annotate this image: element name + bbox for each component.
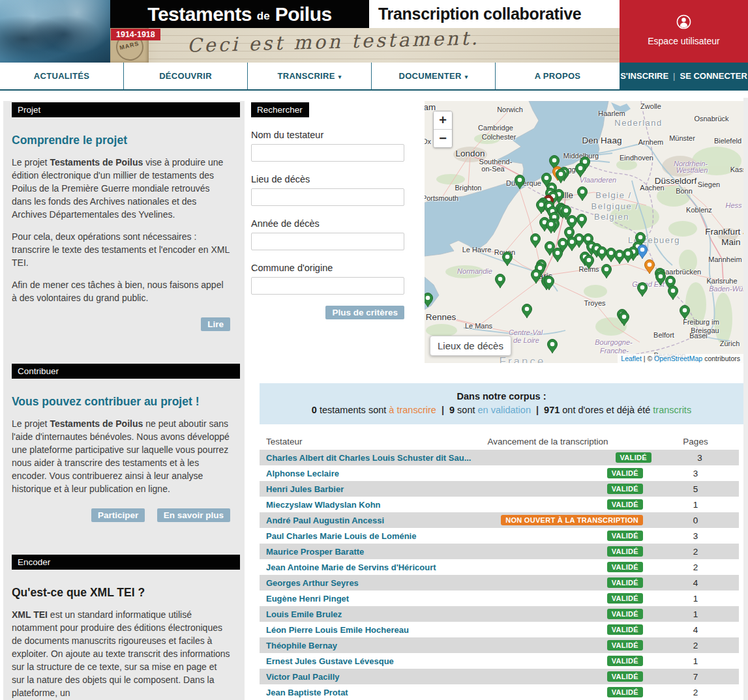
nav-item-actualit-s[interactable]: ACTUALITÉS xyxy=(0,63,124,89)
table-row: Léon Pierre Louis Emile Hochereau VALIDÉ… xyxy=(260,622,739,637)
zoom-out-button[interactable]: − xyxy=(434,129,452,147)
testator-link[interactable]: Alphonse Leclaire xyxy=(260,469,443,478)
testator-link[interactable]: Mieczyslaw Wladyslan Kohn xyxy=(260,500,443,510)
testator-link[interactable]: Victor Paul Pacilly xyxy=(260,672,443,682)
more-criteria-button[interactable]: Plus de critères xyxy=(325,306,404,319)
map-marker-green[interactable] xyxy=(503,252,513,267)
nav-item-a-propos[interactable]: A PROPOS xyxy=(496,63,620,89)
map-marker-green[interactable] xyxy=(656,272,666,286)
map-marker-green[interactable] xyxy=(522,304,532,319)
status-badge: VALIDÉ xyxy=(607,562,643,572)
table-row: Georges Arthur Seyres VALIDÉ 4 xyxy=(260,575,739,591)
nav-item-label: DÉCOUVRIR xyxy=(159,71,212,81)
user-space-button[interactable]: Espace utilisateur xyxy=(620,0,748,63)
zoom-in-button[interactable]: + xyxy=(434,111,452,129)
map-marker-green[interactable] xyxy=(531,270,541,284)
nav-item-d-couvrir[interactable]: DÉCOUVRIR xyxy=(124,63,248,89)
map-marker-green[interactable] xyxy=(638,283,648,297)
map-marker-green[interactable] xyxy=(553,248,563,263)
transcribed-link[interactable]: transcrits xyxy=(653,405,691,415)
testator-link[interactable]: Paul Charles Marie Louis de Loménie xyxy=(260,531,443,541)
login-link[interactable]: SE CONNECTER xyxy=(680,71,747,81)
pages-count: 4 xyxy=(652,578,739,588)
table-row: Ernest Jules Gustave Lévesque VALIDÉ 1 xyxy=(260,653,739,669)
map-marker-blue[interactable] xyxy=(638,245,648,259)
map-marker-green[interactable] xyxy=(680,306,690,320)
status-badge: VALIDÉ xyxy=(607,609,643,619)
testator-link[interactable]: Louis Emile Brulez xyxy=(260,609,443,619)
col-pages: Pages xyxy=(652,437,739,446)
testator-link[interactable]: Georges Arthur Seyres xyxy=(260,578,443,588)
nav-item-label: DOCUMENTER xyxy=(399,71,462,81)
search-input[interactable] xyxy=(251,144,404,162)
testator-link[interactable]: Léon Pierre Louis Emile Hochereau xyxy=(260,625,443,635)
pages-count: 2 xyxy=(652,562,739,572)
status-badge: NON OUVERT À LA TRANSCRIPTION xyxy=(501,515,643,525)
chevron-down-icon: ▾ xyxy=(465,74,468,80)
deaths-map[interactable]: hamNorwichCambridgeColchesterOxLondonSou… xyxy=(425,101,743,363)
site-header: Testaments de Poilus Transcription colla… xyxy=(0,0,748,63)
map-marker-green[interactable] xyxy=(515,175,525,190)
status-badge: VALIDÉ xyxy=(607,531,643,541)
nav-item-transcrire[interactable]: TRANSCRIRE ▾ xyxy=(248,63,372,89)
search-input[interactable] xyxy=(251,277,404,295)
status-badge: VALIDÉ xyxy=(607,577,643,588)
map-marker-green[interactable] xyxy=(567,237,577,252)
map-marker-green[interactable] xyxy=(584,255,594,270)
manuscript-handwriting: Ceci est mon testament. xyxy=(187,28,480,57)
map-marker-green[interactable] xyxy=(597,247,607,261)
map-marker-green[interactable] xyxy=(531,234,541,248)
testator-link[interactable]: Ernest Jules Gustave Lévesque xyxy=(260,656,443,666)
pages-count: 2 xyxy=(652,641,739,650)
map-marker-orange[interactable] xyxy=(645,260,655,274)
nav-item-documenter[interactable]: DOCUMENTER ▾ xyxy=(372,63,496,89)
testator-link[interactable]: Jean Baptiste Protat xyxy=(260,688,443,697)
map-marker-green[interactable] xyxy=(668,286,678,300)
table-row: Théophile Bernay VALIDÉ 2 xyxy=(260,637,739,653)
testator-link[interactable]: Maurice Prosper Baratte xyxy=(260,547,443,557)
osm-link[interactable]: OpenStreetMap xyxy=(654,355,702,362)
contribuer-heading: Vous pouvez contribuer au projet ! xyxy=(12,395,230,409)
search-panel: Rechercher Nom du testateur Lieu de décè… xyxy=(251,98,415,319)
search-input[interactable] xyxy=(251,188,404,206)
status-badge: VALIDÉ xyxy=(616,452,651,463)
map-marker-green[interactable] xyxy=(425,293,433,308)
section-tag-projet: Projet xyxy=(12,102,240,117)
map-marker-green[interactable] xyxy=(578,187,588,201)
title-word: de xyxy=(257,10,270,23)
layers-control[interactable]: Lieux de décès xyxy=(430,336,511,356)
signup-link[interactable]: S'INSCRIRE xyxy=(620,71,668,81)
status-badge: VALIDÉ xyxy=(607,499,643,510)
testator-link[interactable]: Henri Jules Barbier xyxy=(260,484,443,494)
encoder-paragraph: XML TEI est un standard informatique uti… xyxy=(12,608,230,699)
participer-button[interactable]: Participer xyxy=(91,508,145,522)
status-badge: VALIDÉ xyxy=(607,546,643,557)
to-transcribe-link[interactable]: à transcrire xyxy=(389,405,436,415)
map-zoom-control: + − xyxy=(433,111,453,148)
testator-link[interactable]: Eugène Henri Pinget xyxy=(260,594,443,604)
pages-count: 0 xyxy=(652,516,739,525)
search-field-label: Commune d'origine xyxy=(251,263,415,273)
scrollbar-track[interactable] xyxy=(743,98,748,700)
table-row: Alphonse Leclaire VALIDÉ 3 xyxy=(260,465,739,481)
map-marker-green[interactable] xyxy=(615,250,625,265)
en-savoir-plus-button[interactable]: En savoir plus xyxy=(157,508,230,522)
leaflet-link[interactable]: Leaflet xyxy=(621,355,642,362)
map-marker-green[interactable] xyxy=(548,340,558,354)
in-validation-link[interactable]: en validation xyxy=(478,405,531,415)
map-marker-green[interactable] xyxy=(577,214,587,229)
auth-links[interactable]: S'INSCRIRE | SE CONNECTER xyxy=(620,63,748,89)
testators-table: Testateur Avancement de la transcription… xyxy=(260,433,739,700)
map-marker-green[interactable] xyxy=(602,265,612,279)
table-row: Eugène Henri Pinget VALIDÉ 1 xyxy=(260,591,739,606)
testator-link[interactable]: Jean Antoine Marie de Servins d'Héricour… xyxy=(260,562,443,572)
testator-link[interactable]: André Paul Augustin Ancessi xyxy=(260,516,443,525)
pages-count: 3 xyxy=(661,453,739,463)
map-marker-green[interactable] xyxy=(496,274,505,289)
lire-button[interactable]: Lire xyxy=(201,317,230,331)
map-marker-green[interactable] xyxy=(576,164,586,178)
testator-link[interactable]: Théophile Bernay xyxy=(260,641,443,650)
map-marker-green[interactable] xyxy=(620,312,629,327)
testator-link[interactable]: Charles Albert dit Charles Louis Schuste… xyxy=(260,453,471,463)
search-input[interactable] xyxy=(251,233,404,250)
